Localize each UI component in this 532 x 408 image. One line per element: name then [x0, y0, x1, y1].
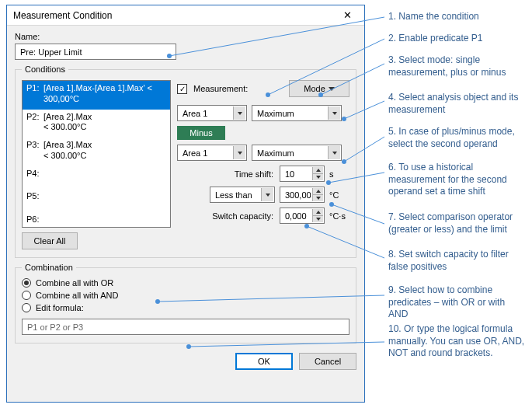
chevron-down-icon — [238, 152, 242, 155]
chevron-down-icon — [238, 112, 242, 115]
annotation: 10. Or type the logical formula manually… — [388, 323, 527, 360]
titlebar: Measurement Condition ✕ — [7, 5, 364, 26]
operand2-object-select[interactable]: Area 1 — [177, 145, 247, 161]
operand2-measure-select[interactable]: Maximum — [252, 145, 342, 161]
chevron-down-icon — [332, 152, 337, 155]
annotation: 1. Name the condition — [388, 11, 527, 23]
edit-formula-radio[interactable]: Edit formula: — [22, 303, 349, 312]
cancel-button[interactable]: Cancel — [299, 353, 356, 370]
close-icon[interactable]: ✕ — [333, 8, 361, 23]
limit-stepper[interactable]: 300,00 — [280, 187, 325, 203]
chevron-down-icon — [329, 87, 335, 91]
list-item[interactable]: P3:[Area 3].Max < 300.00°C — [23, 138, 170, 166]
predicate-list[interactable]: P1:[Area 1].Max-[Area 1].Max' < 300,00°C… — [22, 80, 171, 228]
chevron-down-icon — [332, 112, 337, 115]
operation-mode-badge: Minus — [177, 126, 225, 140]
ok-button[interactable]: OK — [235, 353, 293, 370]
comparator-select[interactable]: Less than — [210, 187, 275, 203]
measurement-condition-dialog: Measurement Condition ✕ Name: Conditions… — [6, 5, 365, 403]
annotation: 7. Select comparison operator (greater o… — [388, 211, 527, 235]
annotation: 9. Select how to combine predicates – wi… — [388, 284, 527, 321]
combine-and-radio[interactable]: Combine all with AND — [22, 291, 349, 300]
combination-group: Combination Combine all with OR Combine … — [15, 263, 356, 343]
list-item[interactable]: P2:[Area 2].Max < 300.00°C — [23, 110, 170, 138]
time-shift-stepper[interactable]: 10 — [280, 166, 325, 182]
combination-legend: Combination — [22, 263, 76, 272]
name-label: Name: — [15, 32, 356, 41]
annotation: 6. To use a historical measurement for t… — [388, 162, 527, 198]
list-item[interactable]: P4: — [23, 166, 170, 184]
name-input[interactable] — [15, 44, 176, 60]
combine-or-radio[interactable]: Combine all with OR — [22, 278, 349, 288]
annotation: 3. Select mode: single measurement, plus… — [388, 54, 527, 78]
operand1-measure-select[interactable]: Maximum — [252, 105, 342, 121]
clear-all-button[interactable]: Clear All — [22, 232, 78, 249]
switch-capacity-stepper[interactable]: 0,000 — [280, 207, 325, 224]
measurement-label: Measurement: — [193, 84, 248, 93]
annotation: 5. In case of plus/minus mode, select th… — [388, 126, 527, 150]
time-shift-label: Time shift: — [177, 169, 275, 179]
operand1-object-select[interactable]: Area 1 — [177, 105, 247, 121]
conditions-group: Conditions P1:[Area 1].Max-[Area 1].Max'… — [15, 65, 356, 258]
list-item[interactable]: P6: — [23, 207, 170, 228]
list-item[interactable]: P1:[Area 1].Max-[Area 1].Max' < 300,00°C — [23, 81, 170, 110]
chevron-down-icon — [266, 194, 270, 197]
annotation: 2. Enable predicate P1 — [388, 33, 527, 45]
switch-capacity-label: Switch capacity: — [177, 211, 275, 221]
conditions-legend: Conditions — [22, 65, 68, 74]
formula-input[interactable] — [22, 319, 349, 335]
annotation: 4. Select analysis object and its measur… — [388, 92, 527, 116]
annotation: 8. Set switch capacity to filter false p… — [388, 249, 527, 273]
dialog-title: Measurement Condition — [13, 10, 333, 21]
measurement-checkbox[interactable]: ✓ — [177, 84, 187, 94]
list-item[interactable]: P5: — [23, 183, 170, 207]
